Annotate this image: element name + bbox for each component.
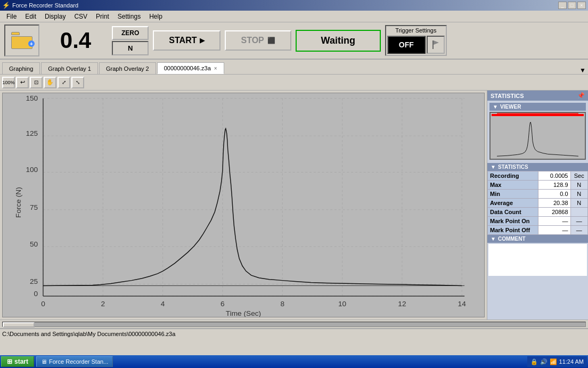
viewer-section: ▼ VIEWER <box>487 101 588 163</box>
table-row: Mark Point On — — <box>488 217 588 226</box>
svg-text:Time (Sec): Time (Sec) <box>226 309 261 317</box>
start-menu-button[interactable]: ⊞ start <box>1 356 34 367</box>
stat-unit-min: N <box>570 190 588 199</box>
menu-help[interactable]: Help <box>145 12 167 21</box>
maximize-button[interactable]: □ <box>568 2 576 9</box>
stat-value-recording: 0.0005 <box>538 171 570 181</box>
pan-button[interactable]: ✋ <box>44 77 56 88</box>
stop-button[interactable]: STOP ⬛ <box>225 30 291 51</box>
scrollbar-area[interactable] <box>0 320 588 328</box>
svg-text:50: 50 <box>30 240 38 248</box>
table-row: Data Count 20868 <box>488 208 588 217</box>
svg-text:100: 100 <box>26 166 38 174</box>
statusbar: C:\Documents and Settings\qlab\My Docume… <box>0 328 588 339</box>
svg-text:Force (N): Force (N) <box>14 187 22 218</box>
trigger-flag-button[interactable] <box>427 36 445 54</box>
tab-close-icon[interactable]: × <box>214 66 217 71</box>
menu-file[interactable]: File <box>2 12 21 21</box>
stop-icon: ⬛ <box>267 37 275 44</box>
stat-value-count: 20868 <box>538 208 570 217</box>
stat-unit-mark-off: — <box>570 226 588 235</box>
svg-rect-0 <box>432 40 434 49</box>
stat-label-count: Data Count <box>488 208 538 217</box>
flag-icon <box>430 39 441 50</box>
zero-button[interactable]: ZERO <box>112 26 149 40</box>
unit-display: N <box>112 41 149 55</box>
svg-marker-1 <box>434 40 439 45</box>
stat-label-mark-on: Mark Point On <box>488 217 538 226</box>
stats-section-label: ▼ STATISTICS <box>487 163 588 171</box>
svg-text:8: 8 <box>280 300 284 308</box>
trigger-off-button[interactable]: OFF <box>387 36 426 54</box>
tab-overlay1[interactable]: Graph Overlay 1 <box>41 62 98 74</box>
viewer-thumbnail <box>489 112 586 160</box>
waiting-button[interactable]: Waiting <box>296 30 381 52</box>
main-content: 150 125 100 75 50 25 0 0 2 4 6 8 10 12 1… <box>0 91 588 320</box>
table-row: Mark Point Off — — <box>488 226 588 235</box>
force-value: 0.4 <box>44 29 108 52</box>
stat-unit-avg: N <box>570 199 588 208</box>
svg-text:14: 14 <box>458 300 467 308</box>
stat-label-recording: Recording <box>488 171 538 181</box>
comment-body[interactable] <box>488 244 587 276</box>
stat-value-max: 128.9 <box>538 181 570 190</box>
zoom-out-button[interactable]: ⤡ <box>71 77 84 88</box>
stat-label-avg: Average <box>488 199 538 208</box>
zero-panel: ZERO N <box>112 26 149 55</box>
tab-graphing[interactable]: Graphing <box>2 62 40 74</box>
stat-unit-max: N <box>570 181 588 190</box>
toolbar: + 0.4 ZERO N START ▶ STOP ⬛ Waiting Trig… <box>0 22 588 60</box>
svg-text:75: 75 <box>30 203 38 211</box>
titlebar: ⚡ Force Recorder Standard _ □ × <box>0 0 588 11</box>
minimize-button[interactable]: _ <box>558 2 567 9</box>
stats-pin-icon[interactable]: 📌 <box>577 92 585 99</box>
menu-print[interactable]: Print <box>92 12 113 21</box>
chart-svg: 150 125 100 75 50 25 0 0 2 4 6 8 10 12 1… <box>3 93 484 317</box>
chart-container[interactable]: 150 125 100 75 50 25 0 0 2 4 6 8 10 12 1… <box>2 93 485 317</box>
network-icon: 🔒 <box>530 358 538 365</box>
zoom-box-button[interactable]: ⊡ <box>30 77 43 88</box>
svg-text:12: 12 <box>398 300 406 308</box>
status-path: C:\Documents and Settings\qlab\My Docume… <box>2 331 175 337</box>
close-button[interactable]: × <box>577 2 586 9</box>
menu-display[interactable]: Display <box>40 12 70 21</box>
svg-text:10: 10 <box>338 300 347 308</box>
menu-settings[interactable]: Settings <box>113 12 145 21</box>
taskbar: ⊞ start 🖥 Force Recorder Stan... 🔒 🔊 📶 1… <box>0 355 588 368</box>
taskbar-window-button[interactable]: 🖥 Force Recorder Stan... <box>36 356 113 367</box>
svg-text:150: 150 <box>26 94 38 102</box>
svg-text:0: 0 <box>41 300 45 308</box>
signal-icon: 📶 <box>550 358 557 365</box>
comment-collapse-icon[interactable]: ▼ <box>491 236 496 242</box>
zoom-in-button[interactable]: ⤢ <box>58 77 70 88</box>
stat-value-avg: 20.38 <box>538 199 570 208</box>
window-controls: _ □ × <box>558 2 586 9</box>
stat-value-mark-off: — <box>538 226 570 235</box>
stat-unit-mark-on: — <box>570 217 588 226</box>
stats-collapse-icon[interactable]: ▼ <box>491 164 496 170</box>
menu-edit[interactable]: Edit <box>21 12 40 21</box>
undo-zoom-button[interactable]: ↩ <box>16 77 29 88</box>
stat-value-min: 0.0 <box>538 190 570 199</box>
start-button[interactable]: START ▶ <box>153 30 220 51</box>
svg-text:25: 25 <box>30 277 38 285</box>
stat-label-mark-off: Mark Point Off <box>488 226 538 235</box>
tab-dropdown[interactable]: ▼ <box>579 67 586 74</box>
zoom-100-button[interactable]: 100% <box>2 77 15 88</box>
graph-toolbar: 100% ↩ ⊡ ✋ ⤢ ⤡ <box>0 75 588 91</box>
scrollbar-thumb[interactable] <box>3 322 35 328</box>
trigger-controls: OFF <box>386 35 446 55</box>
tab-file[interactable]: 00000000046.z3a × <box>157 62 224 74</box>
tab-overlay2[interactable]: Graph Overlay 2 <box>99 62 156 74</box>
stat-label-max: Max <box>488 181 538 190</box>
windows-icon: ⊞ <box>7 358 12 365</box>
open-button[interactable]: + <box>4 24 39 56</box>
tabbar: Graphing Graph Overlay 1 Graph Overlay 2… <box>0 60 588 75</box>
svg-text:2: 2 <box>101 300 105 308</box>
menu-csv[interactable]: CSV <box>70 12 92 21</box>
viewer-collapse-icon[interactable]: ▼ <box>493 104 498 110</box>
clock: 11:24 AM <box>559 358 584 365</box>
stats-table: Recording 0.0005 Sec Max 128.9 N Min 0.0… <box>487 171 588 235</box>
table-row: Recording 0.0005 Sec <box>488 171 588 181</box>
svg-text:6: 6 <box>220 300 225 308</box>
